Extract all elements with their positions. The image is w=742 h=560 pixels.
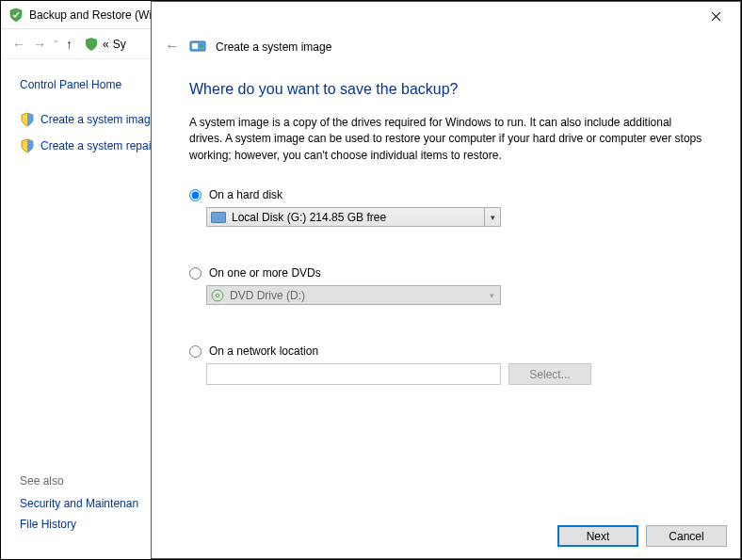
radio-hard-disk[interactable] bbox=[189, 189, 202, 201]
next-button[interactable]: Next bbox=[557, 525, 638, 547]
radio-dvd[interactable] bbox=[189, 267, 202, 280]
option-network[interactable]: On a network location bbox=[189, 344, 702, 358]
create-system-image-dialog: ← Create a system image Where do you wan… bbox=[151, 1, 741, 559]
task-label: Create a system repair d bbox=[40, 139, 164, 152]
backup-restore-icon bbox=[8, 8, 24, 23]
option-dvd-label: On one or more DVDs bbox=[209, 266, 321, 280]
option-network-label: On a network location bbox=[209, 344, 318, 358]
option-dvd[interactable]: On one or more DVDs bbox=[189, 266, 702, 280]
close-button[interactable] bbox=[697, 3, 734, 29]
breadcrumb-segment: Sy bbox=[113, 38, 126, 51]
see-also-heading: See also bbox=[20, 474, 138, 488]
task-label: Create a system image bbox=[40, 113, 156, 126]
select-network-button: Select... bbox=[508, 363, 591, 385]
network-location-row: Select... bbox=[206, 363, 702, 385]
breadcrumb-prefix: « bbox=[103, 38, 109, 51]
dvd-value: DVD Drive (D:) bbox=[230, 289, 305, 302]
dialog-header: ← Create a system image bbox=[152, 30, 740, 58]
svg-point-4 bbox=[216, 294, 218, 296]
nav-up-icon[interactable]: ↑ bbox=[62, 35, 76, 54]
dialog-footer: Next Cancel bbox=[557, 525, 727, 547]
dialog-description: A system image is a copy of the drives r… bbox=[189, 115, 702, 164]
cancel-button[interactable]: Cancel bbox=[646, 525, 727, 547]
nav-recent-icon[interactable]: ˅ bbox=[50, 38, 62, 51]
shield-icon bbox=[20, 138, 35, 153]
hard-disk-value: Local Disk (G:) 214.85 GB free bbox=[232, 211, 386, 224]
shield-icon bbox=[20, 112, 35, 127]
dialog-heading: Where do you want to save the backup? bbox=[189, 81, 702, 98]
backup-restore-icon bbox=[84, 37, 99, 52]
option-hard-disk[interactable]: On a hard disk bbox=[189, 188, 702, 201]
nav-forward-icon: → bbox=[29, 35, 50, 54]
link-security-maintenance[interactable]: Security and Maintenan bbox=[20, 497, 138, 510]
chevron-down-icon[interactable]: ▾ bbox=[484, 208, 500, 226]
breadcrumb[interactable]: « Sy bbox=[84, 37, 126, 52]
option-hard-disk-label: On a hard disk bbox=[209, 188, 282, 201]
svg-point-2 bbox=[200, 44, 203, 48]
dialog-header-text: Create a system image bbox=[216, 39, 331, 54]
hard-disk-dropdown[interactable]: Local Disk (G:) 214.85 GB free ▾ bbox=[206, 207, 501, 227]
dialog-back-icon[interactable]: ← bbox=[165, 38, 180, 55]
dvd-dropdown: DVD Drive (D:) ▾ bbox=[206, 285, 501, 305]
dvd-drive-icon bbox=[211, 289, 224, 302]
network-path-input bbox=[206, 363, 501, 385]
system-image-icon bbox=[189, 38, 206, 55]
hard-disk-icon bbox=[211, 212, 226, 223]
nav-back-icon[interactable]: ← bbox=[8, 35, 29, 54]
dialog-titlebar bbox=[152, 2, 740, 30]
chevron-down-icon: ▾ bbox=[484, 286, 500, 304]
svg-rect-1 bbox=[192, 43, 198, 49]
window-title: Backup and Restore (Wi bbox=[29, 8, 152, 22]
close-icon bbox=[711, 11, 721, 22]
link-file-history[interactable]: File History bbox=[20, 518, 138, 531]
see-also-section: See also Security and Maintenan File His… bbox=[20, 474, 138, 538]
radio-network[interactable] bbox=[189, 345, 202, 358]
dialog-body: Where do you want to save the backup? A … bbox=[152, 58, 740, 385]
